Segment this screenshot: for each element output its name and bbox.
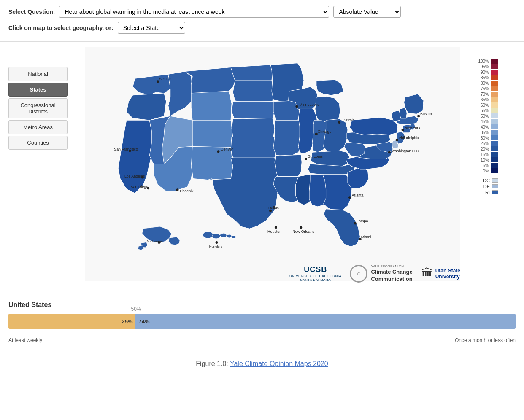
svg-text:Minneapolis: Minneapolis: [299, 102, 319, 107]
state-kansas[interactable]: [232, 118, 275, 137]
svg-point-39: [396, 139, 398, 141]
svg-point-15: [217, 150, 219, 153]
svg-point-19: [275, 226, 277, 229]
svg-point-21: [295, 105, 298, 108]
yale-circle-icon: ○: [350, 265, 367, 283]
bar-chart-container: 50% 25% 74% At least weekly Once a month…: [8, 314, 516, 343]
state-colorado[interactable]: [191, 120, 233, 147]
state-oklahoma[interactable]: [231, 137, 277, 159]
legend-note: DC DE RI: [465, 178, 498, 195]
logo-utah: 🏛 Utah StateUniversity: [421, 267, 460, 280]
svg-point-13: [176, 188, 179, 191]
state-oregon[interactable]: [127, 93, 166, 120]
svg-text:St. Louis: St. Louis: [308, 154, 323, 159]
svg-point-31: [348, 196, 351, 199]
geography-row: Click on map to select geography, or: Se…: [8, 22, 516, 34]
midline-50: [262, 314, 262, 329]
state-maine[interactable]: [404, 94, 424, 114]
state-north-dakota[interactable]: [231, 65, 273, 81]
svg-text:Philadelphia: Philadelphia: [399, 136, 419, 140]
legend-bar: 100% 95% 90% 85% 80% 75% 70% 65% 60% 55%…: [465, 59, 498, 174]
map-svg-wrapper: Seattle San Francisco Los Angeles San Di…: [85, 46, 498, 291]
map-container: Seattle San Francisco Los Angeles San Di…: [68, 46, 516, 291]
question-row: Select Question: Hear about global warmi…: [8, 6, 516, 18]
svg-text:San Francisco: San Francisco: [114, 147, 138, 151]
bar-segment-orange: 25%: [8, 314, 135, 329]
svg-text:Tampa: Tampa: [357, 219, 368, 223]
svg-point-4: [232, 236, 236, 238]
svg-point-41: [402, 129, 404, 131]
state-arkansas[interactable]: [275, 155, 302, 176]
svg-point-33: [354, 222, 357, 224]
question-select[interactable]: Hear about global warming in the media a…: [59, 6, 329, 18]
figure-caption: Figure 1.0: Yale Climate Opinion Maps 20…: [0, 352, 524, 372]
bar-labels: At least weekly Once a month or less oft…: [8, 337, 516, 343]
svg-text:New Orleans: New Orleans: [292, 229, 314, 234]
svg-text:Dallas: Dallas: [268, 206, 279, 210]
svg-text:Atlanta: Atlanta: [352, 193, 364, 197]
value-type-select[interactable]: Absolute Value: [333, 6, 401, 18]
svg-point-1: [212, 234, 221, 239]
nav-counties[interactable]: Counties: [8, 136, 68, 150]
bar-segment-blue: 74%: [135, 314, 516, 329]
svg-point-37: [388, 151, 391, 153]
top-controls: Select Question: Hear about global warmi…: [0, 0, 524, 42]
svg-point-25: [305, 158, 307, 160]
svg-text:Detroit: Detroit: [343, 118, 354, 122]
nav-metro-areas[interactable]: Metro Areas: [8, 120, 68, 134]
state-south-dakota[interactable]: [233, 81, 273, 102]
svg-text:New York: New York: [404, 126, 420, 130]
svg-text:Boston: Boston: [420, 112, 432, 116]
svg-point-3: [227, 234, 232, 238]
midpoint-label: 50%: [131, 306, 141, 312]
svg-point-2: [220, 233, 227, 237]
stats-title: United States: [8, 301, 516, 309]
legend-container: 100% 95% 90% 85% 80% 75% 70% 65% 60% 55%…: [465, 59, 498, 196]
state-new-york[interactable]: [350, 117, 398, 135]
utah-building-icon: 🏛: [421, 267, 433, 280]
left-axis-label: At least weekly: [8, 337, 42, 343]
svg-text:San Diego: San Diego: [131, 185, 149, 189]
state-nebraska[interactable]: [232, 102, 275, 119]
right-axis-label: Once a month or less often: [455, 337, 516, 343]
svg-text:Denver: Denver: [221, 147, 233, 151]
stats-bar-section: United States 50% 25% 74% At least weekl…: [0, 295, 524, 352]
select-question-label: Select Question:: [8, 8, 55, 15]
svg-text:Houston: Houston: [267, 229, 281, 234]
logo-ucsb: UCSB UNIVERSITY OF CALIFORNIASANTA BARBA…: [289, 265, 341, 282]
state-hawaii-1[interactable]: [203, 232, 213, 238]
nav-national[interactable]: National: [8, 67, 68, 81]
svg-text:Seattle: Seattle: [159, 77, 171, 81]
svg-text:Miami: Miami: [361, 235, 371, 239]
svg-text:Anchorage: Anchorage: [146, 240, 163, 243]
state-new-hampshire[interactable]: [400, 108, 407, 119]
geography-label: Click on map to select geography, or:: [8, 24, 113, 31]
svg-text:Los Angeles: Los Angeles: [124, 174, 145, 178]
nav-congressional-districts[interactable]: Congressional Districts: [8, 98, 68, 118]
svg-point-29: [300, 226, 302, 229]
svg-text:Honolulu: Honolulu: [209, 245, 222, 248]
svg-text:Phoenix: Phoenix: [180, 189, 194, 193]
svg-point-47: [216, 241, 218, 244]
us-map-svg[interactable]: Seattle San Francisco Los Angeles San Di…: [85, 46, 460, 282]
logo-yale: ○ YALE PROGRAM ON Climate ChangeCommunic…: [350, 264, 412, 283]
svg-point-43: [417, 115, 420, 117]
figure-link[interactable]: Yale Climate Opinion Maps 2020: [230, 360, 328, 367]
state-select[interactable]: Select a State: [118, 22, 185, 34]
svg-text:Chicago: Chicago: [318, 129, 332, 134]
state-missouri[interactable]: [273, 120, 303, 156]
left-nav: National States Congressional Districts …: [8, 46, 68, 291]
main-content: National States Congressional Districts …: [0, 42, 524, 295]
state-wyoming[interactable]: [191, 91, 232, 121]
svg-point-27: [338, 121, 340, 124]
nav-states[interactable]: States: [8, 83, 68, 97]
svg-text:Washington D.C.: Washington D.C.: [392, 149, 420, 153]
logos-row: UCSB UNIVERSITY OF CALIFORNIASANTA BARBA…: [289, 261, 460, 286]
